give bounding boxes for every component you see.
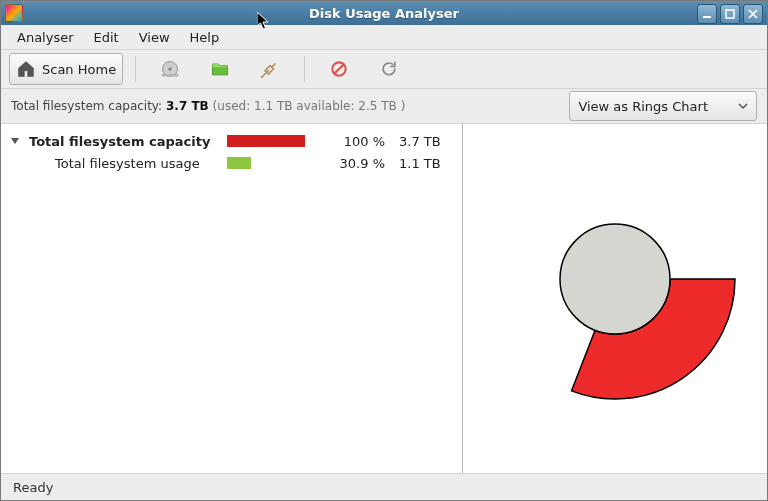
statusbar: Ready: [1, 473, 767, 500]
tree-row-size: 1.1 TB: [393, 156, 449, 171]
window-title: Disk Usage Analyser: [1, 6, 767, 21]
chart-pane: [463, 124, 767, 473]
home-icon: [16, 59, 36, 79]
stop-button[interactable]: [317, 53, 361, 85]
toolbar-separator: [135, 56, 136, 82]
window-controls: [697, 4, 763, 24]
svg-point-3: [168, 67, 171, 70]
tree-row-size: 3.7 TB: [393, 134, 449, 149]
scan-filesystem-button[interactable]: [148, 53, 192, 85]
info-row: Total filesystem capacity: 3.7 TB (used:…: [1, 89, 767, 124]
scan-folder-button[interactable]: [198, 53, 242, 85]
svg-point-7: [560, 224, 670, 334]
plug-icon: [260, 59, 280, 79]
stop-icon: [329, 59, 349, 79]
refresh-button[interactable]: [367, 53, 411, 85]
menubar: Analyser Edit View Help: [1, 25, 767, 50]
tree-row-percent: 100 %: [325, 134, 385, 149]
tree-row-label: Total filesystem usage: [55, 156, 219, 171]
svg-rect-4: [162, 74, 179, 77]
tree: Total filesystem capacity 100 % 3.7 TB T…: [1, 124, 462, 180]
window-root: Disk Usage Analyser Analyser Edit View H…: [0, 0, 768, 501]
svg-rect-1: [726, 10, 734, 18]
scan-remote-button[interactable]: [248, 53, 292, 85]
view-mode-label: View as Rings Chart: [578, 99, 708, 114]
tree-row-capacity[interactable]: Total filesystem capacity 100 % 3.7 TB: [1, 130, 462, 152]
toolbar-separator: [304, 56, 305, 82]
status-text: Ready: [13, 480, 53, 495]
refresh-icon: [379, 59, 399, 79]
usage-bar: [227, 135, 305, 147]
close-button[interactable]: [743, 4, 763, 24]
chevron-down-icon: [738, 101, 748, 111]
menu-analyser[interactable]: Analyser: [7, 27, 84, 48]
capacity-summary: Total filesystem capacity: 3.7 TB (used:…: [11, 99, 405, 113]
titlebar: Disk Usage Analyser: [1, 1, 767, 25]
svg-line-6: [335, 64, 344, 73]
scan-home-label: Scan Home: [42, 62, 116, 77]
maximize-button[interactable]: [720, 4, 740, 24]
tree-row-usage[interactable]: Total filesystem usage 30.9 % 1.1 TB: [1, 152, 462, 174]
scan-home-button[interactable]: Scan Home: [9, 53, 123, 85]
view-mode-selector[interactable]: View as Rings Chart: [569, 91, 757, 121]
harddisk-icon: [160, 59, 180, 79]
menu-view[interactable]: View: [129, 27, 180, 48]
menu-edit[interactable]: Edit: [84, 27, 129, 48]
tree-pane[interactable]: Total filesystem capacity 100 % 3.7 TB T…: [1, 124, 463, 473]
app-icon: [5, 4, 23, 22]
folder-icon: [210, 59, 230, 79]
tree-row-percent: 30.9 %: [325, 156, 385, 171]
menu-help[interactable]: Help: [180, 27, 230, 48]
expander-icon[interactable]: [9, 135, 21, 147]
usage-bar: [227, 157, 251, 169]
rings-chart: [485, 169, 745, 429]
toolbar: Scan Home: [1, 50, 767, 89]
minimize-button[interactable]: [697, 4, 717, 24]
main-area: Total filesystem capacity 100 % 3.7 TB T…: [1, 124, 767, 473]
svg-rect-0: [703, 16, 711, 18]
tree-row-label: Total filesystem capacity: [29, 134, 219, 149]
